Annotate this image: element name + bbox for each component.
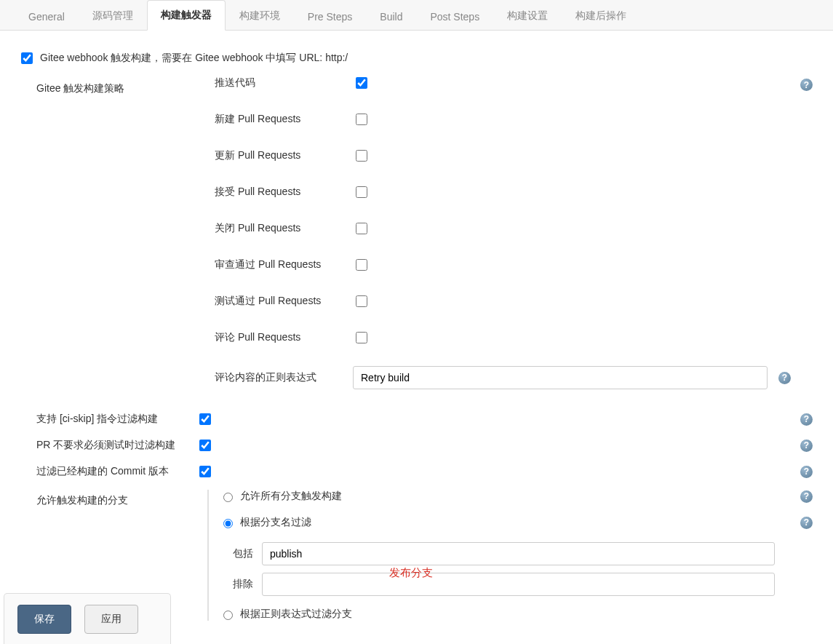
- comment-pr-label: 评论 Pull Requests: [215, 331, 353, 344]
- include-label: 包括: [233, 547, 262, 560]
- by-name-radio[interactable]: [223, 519, 233, 528]
- test-pr-checkbox[interactable]: [356, 295, 367, 307]
- new-pr-label: 新建 Pull Requests: [215, 113, 353, 126]
- tab-pre-steps[interactable]: Pre Steps: [294, 2, 366, 31]
- exclude-input[interactable]: [262, 573, 775, 596]
- review-pr-label: 审查通过 Pull Requests: [215, 258, 353, 271]
- help-icon[interactable]: ?: [778, 372, 791, 384]
- tab-build[interactable]: Build: [366, 2, 416, 31]
- filter-built-checkbox[interactable]: [199, 466, 211, 477]
- footer-bar: 保存 应用: [4, 593, 171, 644]
- new-pr-checkbox[interactable]: [356, 114, 367, 125]
- close-pr-label: 关闭 Pull Requests: [215, 222, 353, 235]
- ci-skip-checkbox[interactable]: [199, 413, 211, 425]
- include-input[interactable]: [262, 542, 775, 565]
- tab-post-steps[interactable]: Post Steps: [416, 2, 493, 31]
- by-regex-label: 根据正则表达式过滤分支: [240, 608, 352, 621]
- branch-options: 允许所有分支触发构建 ? 根据分支名过滤 ? 包括 排除 根据正则表达式过滤分支: [207, 490, 815, 621]
- tab-build-settings[interactable]: 构建设置: [493, 1, 562, 31]
- allow-all-label: 允许所有分支触发构建: [240, 490, 342, 503]
- tab-env[interactable]: 构建环境: [226, 1, 294, 31]
- webhook-row: Gitee webhook 触发构建，需要在 Gitee webhook 中填写…: [18, 47, 815, 69]
- help-icon[interactable]: ?: [800, 517, 813, 529]
- help-icon[interactable]: ?: [800, 466, 813, 478]
- update-pr-checkbox[interactable]: [356, 150, 367, 162]
- help-icon[interactable]: ?: [800, 490, 813, 503]
- accept-pr-checkbox[interactable]: [356, 186, 367, 198]
- apply-button[interactable]: 应用: [84, 605, 138, 634]
- strategy-options: ? 推送代码 新建 Pull Requests 更新 Pull Requests…: [215, 75, 815, 389]
- webhook-checkbox[interactable]: [21, 52, 33, 64]
- help-icon[interactable]: ?: [800, 79, 813, 91]
- ci-skip-label: 支持 [ci-skip] 指令过滤构建: [18, 413, 196, 426]
- help-icon[interactable]: ?: [800, 413, 813, 426]
- push-checkbox[interactable]: [356, 77, 367, 89]
- close-pr-checkbox[interactable]: [356, 223, 367, 234]
- exclude-label: 排除: [233, 578, 262, 591]
- review-pr-checkbox[interactable]: [356, 259, 367, 271]
- webhook-label: Gitee webhook 触发构建，需要在 Gitee webhook 中填写…: [40, 52, 348, 65]
- allow-all-radio[interactable]: [223, 493, 233, 502]
- tab-trigger[interactable]: 构建触发器: [147, 0, 226, 31]
- regex-label: 评论内容的正则表达式: [215, 371, 353, 384]
- strategy-title: Gitee 触发构建策略: [18, 75, 215, 95]
- comment-pr-checkbox[interactable]: [356, 332, 367, 343]
- push-label: 推送代码: [215, 76, 353, 90]
- tab-postbuild[interactable]: 构建后操作: [562, 1, 640, 31]
- tab-scm[interactable]: 源码管理: [79, 1, 147, 31]
- pr-no-test-checkbox[interactable]: [199, 440, 211, 451]
- filter-built-label: 过滤已经构建的 Commit 版本: [18, 465, 196, 478]
- by-name-label: 根据分支名过滤: [240, 516, 311, 529]
- help-icon[interactable]: ?: [800, 440, 813, 452]
- by-regex-radio[interactable]: [223, 611, 233, 620]
- tabs-bar: General 源码管理 构建触发器 构建环境 Pre Steps Build …: [0, 0, 833, 31]
- tab-general[interactable]: General: [15, 2, 79, 31]
- publish-note: 发布分支: [389, 566, 433, 580]
- regex-input[interactable]: [353, 366, 768, 389]
- save-button[interactable]: 保存: [17, 605, 71, 634]
- trigger-config-panel: Gitee webhook 触发构建，需要在 Gitee webhook 中填写…: [0, 31, 833, 621]
- accept-pr-label: 接受 Pull Requests: [215, 186, 353, 199]
- pr-no-test-label: PR 不要求必须测试时过滤构建: [18, 439, 196, 452]
- test-pr-label: 测试通过 Pull Requests: [215, 295, 353, 308]
- update-pr-label: 更新 Pull Requests: [215, 149, 353, 162]
